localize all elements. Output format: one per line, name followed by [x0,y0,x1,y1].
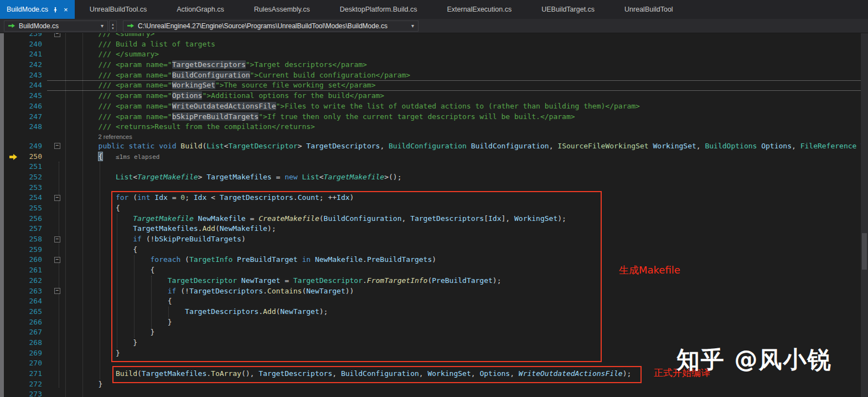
tab[interactable]: UEBuildTarget.cs [526,0,609,19]
glyph-margin[interactable] [4,214,19,224]
glyph-margin[interactable] [4,60,19,70]
code-text[interactable]: { [64,245,868,255]
tab-buildmode-active[interactable]: BuildMode.cs× [0,0,75,19]
code-text[interactable]: /// <param name="bSkipPreBuildTargets">I… [64,112,868,122]
codelens-references[interactable]: 2 references [64,132,868,141]
glyph-margin[interactable] [4,255,19,265]
code-text[interactable]: if (!bSkipPreBuildTargets) [64,234,868,245]
code-text[interactable] [64,389,868,397]
code-text[interactable]: { [64,203,868,214]
code-line: 259{ [0,245,868,255]
glyph-margin[interactable] [4,39,19,50]
code-text[interactable]: TargetDescriptor NewTarget = TargetDescr… [64,276,868,286]
code-text[interactable] [64,183,868,193]
tab[interactable]: ActionGraph.cs [162,0,239,19]
glyph-margin[interactable] [4,338,19,348]
glyph-margin[interactable] [4,224,19,234]
glyph-margin[interactable] [4,203,19,214]
code-text[interactable]: TargetMakefiles.Add(NewMakefile); [64,224,868,234]
glyph-margin[interactable] [4,245,19,255]
code-line: 242/// <param name="TargetDescriptors">T… [0,60,868,70]
glyph-margin[interactable] [4,327,19,338]
glyph-margin[interactable] [4,172,19,183]
glyph-margin[interactable] [4,70,19,81]
collapse-icon[interactable]: − [54,257,60,263]
file-path-dropdown[interactable]: C:\UnrealEngine4.27\Engine\Source\Progra… [123,20,418,32]
glyph-margin[interactable] [4,80,19,91]
code-text[interactable]: /// <param name="TargetDescriptors">Targ… [64,60,868,70]
collapse-icon[interactable]: − [54,236,60,243]
glyph-margin[interactable] [4,162,19,172]
glyph-margin[interactable] [4,101,19,112]
tab[interactable]: UnrealBuildTool [609,0,688,19]
code-text[interactable]: { [64,265,868,276]
tab[interactable]: ExternalExecution.cs [432,0,526,19]
code-text[interactable]: foreach (TargetInfo PreBuildTarget in Ne… [64,255,868,265]
glyph-margin[interactable] [4,193,19,203]
outline-margin [45,172,64,183]
collapse-icon[interactable]: − [54,143,60,149]
line-number: 248 [19,122,45,132]
collapse-icon[interactable]: − [54,288,60,294]
scrollbar-thumb[interactable] [862,233,867,270]
glyph-margin[interactable] [4,307,19,317]
code-line: 264{ [0,296,868,307]
glyph-margin[interactable] [4,317,19,328]
glyph-margin[interactable] [4,122,19,132]
breakpoint-margin[interactable] [0,33,4,397]
line-number: 259 [19,245,45,255]
collapse-icon[interactable]: − [54,33,60,37]
glyph-margin[interactable] [4,296,19,307]
code-text[interactable]: for (int Idx = 0; Idx < TargetDescriptor… [64,193,868,203]
code-text[interactable]: /// <param name="Options">Additional opt… [64,91,868,101]
outline-margin [45,203,64,214]
code-text[interactable]: /// Build a list of targets [64,39,868,50]
glyph-margin[interactable] [4,33,19,39]
outline-margin [45,152,64,162]
code-text[interactable]: /// <summary> [64,33,868,39]
glyph-margin[interactable] [4,286,19,297]
code-text[interactable]: } [64,327,868,338]
tab[interactable]: RulesAssembly.cs [239,0,325,19]
glyph-margin[interactable] [4,265,19,276]
code-text[interactable]: public static void Build(List<TargetDesc… [64,141,868,152]
glyph-margin[interactable] [4,358,19,369]
glyph-margin[interactable] [4,234,19,245]
tab[interactable]: UnrealBuildTool.cs [75,0,162,19]
code-text[interactable]: /// <returns>Result from the compilation… [64,122,868,132]
code-text[interactable]: /// <param name="WriteOutdatedActionsFil… [64,101,868,112]
code-text[interactable]: /// </summary> [64,49,868,60]
code-text[interactable]: { [64,296,868,307]
code-text[interactable]: TargetDescriptors.Add(NewTarget); [64,307,868,317]
glyph-margin[interactable] [4,91,19,101]
glyph-margin[interactable] [4,348,19,359]
outline-margin: − [45,141,64,152]
code-editor[interactable]: 239−/// <summary>240/// Build a list of … [0,33,868,397]
code-text[interactable]: TargetMakefile NewMakefile = CreateMakef… [64,214,868,224]
glyph-margin[interactable] [4,369,19,379]
collapse-icon[interactable]: − [54,195,60,201]
code-text[interactable]: if (!TargetDescriptors.Contains(NewTarge… [64,286,868,297]
glyph-margin[interactable] [4,152,19,162]
glyph-margin[interactable] [4,49,19,60]
code-text[interactable]: /// <param name="BuildConfiguration">Cur… [64,70,868,81]
code-text[interactable] [64,162,868,172]
code-text[interactable]: { ≤1ms elapsed [64,152,868,162]
close-icon[interactable]: × [63,6,69,13]
scope-spinner[interactable]: ▴ ▾ [109,20,117,32]
glyph-margin[interactable] [4,379,19,390]
vertical-scrollbar[interactable] [861,33,868,397]
code-text[interactable]: } [64,317,868,328]
pin-icon[interactable] [53,6,58,13]
tab[interactable]: DesktopPlatform.Build.cs [325,0,432,19]
code-text[interactable]: } [64,379,868,390]
glyph-margin[interactable] [4,112,19,122]
code-text[interactable]: /// <param name="WorkingSet">The source … [64,80,868,91]
line-number: 265 [19,307,45,317]
glyph-margin[interactable] [4,389,19,397]
glyph-margin[interactable] [4,183,19,193]
glyph-margin[interactable] [4,276,19,286]
glyph-margin[interactable] [4,141,19,152]
code-text[interactable]: List<TargetMakefile> TargetMakefiles = n… [64,172,868,183]
scope-dropdown[interactable]: BuildMode.cs ▾ [4,20,108,32]
